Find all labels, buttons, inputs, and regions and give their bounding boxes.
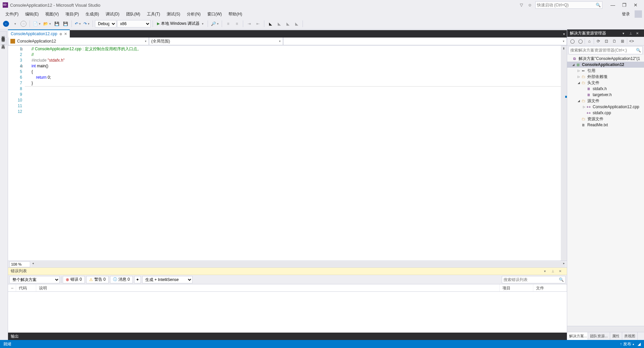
menu-item[interactable]: 项目(P) [62, 10, 82, 18]
output-panel-header[interactable]: 输出 [8, 333, 567, 340]
nav-member-select[interactable] [283, 38, 567, 45]
filter-button[interactable]: ✦ [134, 276, 141, 283]
prev-bookmark-button[interactable]: ◣ [275, 20, 283, 28]
indent-button[interactable]: ⇥ [245, 20, 253, 28]
side-tab-solution[interactable]: 解决方案... [567, 332, 588, 340]
home-button-icon[interactable]: ⌂ [586, 38, 593, 45]
cpp-file-node[interactable]: ++ stdafx.cpp [567, 110, 644, 116]
code-area[interactable]: ⊟// ConsoleApplication12.cpp : 定义控制台应用程序… [25, 46, 561, 261]
editor-tab-active[interactable]: ConsoleApplication12.cpp ⊕ ✕ [8, 29, 70, 38]
menu-item[interactable]: 测试(S) [163, 10, 183, 18]
error-search-input[interactable] [503, 277, 559, 282]
nav-scope-select[interactable]: (全局范围) [149, 38, 283, 45]
outdent-button[interactable]: ⇤ [254, 20, 262, 28]
next-bookmark-button[interactable]: ◣ [284, 20, 292, 28]
toolbox-tab[interactable]: 工具箱 [0, 40, 7, 45]
warnings-filter[interactable]: ⚠警告 0 [86, 276, 109, 283]
start-debug-button[interactable]: ▶ 本地 Windows 调试器 [155, 20, 206, 28]
bookmark-button[interactable]: ◣ [266, 20, 274, 28]
cpp-file-node[interactable]: ▷++ ConsoleApplication12.cpp [567, 104, 644, 110]
quick-launch-input[interactable] [537, 3, 596, 7]
external-deps-node[interactable]: ▷🗀 外部依赖项 [567, 74, 644, 80]
scope-button[interactable]: ⟳ [595, 38, 602, 45]
nav-back-button[interactable]: ← [2, 20, 10, 28]
split-view-icon[interactable]: ⬍ [561, 46, 567, 52]
menu-item[interactable]: 视图(V) [42, 10, 62, 18]
vertical-scrollbar[interactable]: ⬍ [561, 46, 567, 261]
close-icon[interactable]: ✕ [636, 31, 641, 35]
side-tab-team[interactable]: 团队资源... [588, 332, 610, 340]
col-file[interactable]: 文件 [533, 284, 567, 291]
readme-node[interactable]: 🗎 ReadMe.txt [567, 122, 644, 128]
solution-search-input[interactable] [570, 48, 636, 53]
sources-folder-node[interactable]: ◢🗀 源文件 [567, 98, 644, 104]
pin-panel-icon[interactable]: ⊥ [551, 269, 557, 273]
side-tab-properties[interactable]: 属性 [610, 332, 622, 340]
col-icon[interactable]: ⸺ [8, 284, 16, 291]
forward-button[interactable]: ◯ [577, 38, 584, 45]
redo-button[interactable]: ↷ [83, 20, 91, 28]
build-intellisense-select[interactable]: 生成 + IntelliSense [142, 276, 193, 283]
side-tab-classview[interactable]: 类视图 [622, 332, 638, 340]
references-node[interactable]: ▷▪▪ 引用 [567, 68, 644, 74]
menu-item[interactable]: 编辑(E) [22, 10, 42, 18]
zoom-select[interactable] [9, 261, 30, 267]
project-node[interactable]: ◢⊞ ConsoleApplication12 [567, 62, 644, 68]
uncomment-button[interactable]: ≡ [233, 20, 241, 28]
maximize-button[interactable]: ❐ [619, 1, 630, 9]
show-all-button[interactable]: ⊡ [603, 38, 610, 45]
horizontal-scrollbar[interactable] [32, 262, 566, 267]
col-description[interactable]: 说明 [36, 284, 500, 291]
dropdown-icon[interactable]: ▾ [623, 31, 628, 35]
undo-button[interactable]: ↶ [74, 20, 82, 28]
pin-icon[interactable]: ⊕ [59, 32, 62, 36]
close-panel-icon[interactable]: ✕ [559, 269, 564, 273]
sign-in-link[interactable]: 登录 [619, 10, 633, 18]
save-button[interactable]: 💾 [53, 20, 61, 28]
save-all-button[interactable]: 💾 [61, 20, 69, 28]
find-in-files-button[interactable]: 🔎 [210, 20, 220, 28]
solution-node[interactable]: ⧉ 解决方案"ConsoleApplication12"(1 [567, 56, 644, 62]
scope-select[interactable]: 整个解决方案 [9, 276, 60, 283]
config-select[interactable]: Debug [95, 20, 116, 27]
menu-item[interactable]: 团队(M) [123, 10, 144, 18]
server-explorer-tab[interactable]: 服务器资源管理器 [0, 31, 7, 38]
back-button[interactable]: ◯ [569, 38, 576, 45]
tree-hscroll[interactable] [567, 326, 644, 332]
avatar-icon[interactable] [635, 10, 642, 18]
menu-item[interactable]: 调试(D) [102, 10, 123, 18]
open-file-button[interactable]: 📂 [42, 20, 52, 28]
pin-icon[interactable]: ⊥ [629, 31, 635, 35]
header-file-node[interactable]: 🗎 stdafx.h [567, 86, 644, 92]
refresh-button[interactable]: 🗋 [611, 38, 618, 45]
header-file-node[interactable]: 🗎 targetver.h [567, 92, 644, 98]
feedback-icon[interactable]: ☺ [527, 2, 533, 8]
menu-item[interactable]: 工具(T) [144, 10, 163, 18]
platform-select[interactable]: x86 [117, 20, 151, 27]
col-project[interactable]: 项目 [500, 284, 533, 291]
headers-folder-node[interactable]: ◢🗀 头文件 [567, 80, 644, 86]
nav-forward-button[interactable]: → [19, 20, 28, 28]
quick-launch[interactable]: 🔍 [535, 1, 602, 9]
resources-folder-node[interactable]: 🗀 资源文件 [567, 116, 644, 122]
menu-item[interactable]: 文件(F) [2, 10, 22, 18]
comment-out-button[interactable]: ≡ [224, 20, 232, 28]
minimize-button[interactable]: — [607, 1, 619, 9]
messages-filter[interactable]: ⓘ消息 0 [110, 276, 133, 283]
view-code-button[interactable]: <> [628, 38, 635, 45]
code-editor[interactable]: 123456789101112 ⊟// ConsoleApplication12… [8, 46, 567, 261]
col-code[interactable]: 代码 [16, 284, 36, 291]
nav-back-drop[interactable] [11, 20, 19, 28]
menu-item[interactable]: 帮助(H) [225, 10, 246, 18]
errors-filter[interactable]: ⊗错误 0 [63, 276, 85, 283]
notifications-icon[interactable]: ▽ [518, 2, 525, 8]
close-tab-icon[interactable]: ✕ [64, 32, 67, 36]
publish-button[interactable]: ↑ 发布 ▴ [620, 341, 634, 347]
menu-item[interactable]: 窗口(W) [204, 10, 225, 18]
new-project-button[interactable]: 📄 [32, 20, 42, 28]
nav-project-select[interactable]: ConsoleApplication12 [8, 38, 149, 45]
properties-button[interactable]: ⊞ [619, 38, 626, 45]
resize-grip-icon[interactable]: ◢ [638, 342, 641, 346]
clear-bookmarks-button[interactable]: ◣ [292, 20, 301, 28]
dropdown-icon[interactable]: ▾ [544, 269, 549, 273]
